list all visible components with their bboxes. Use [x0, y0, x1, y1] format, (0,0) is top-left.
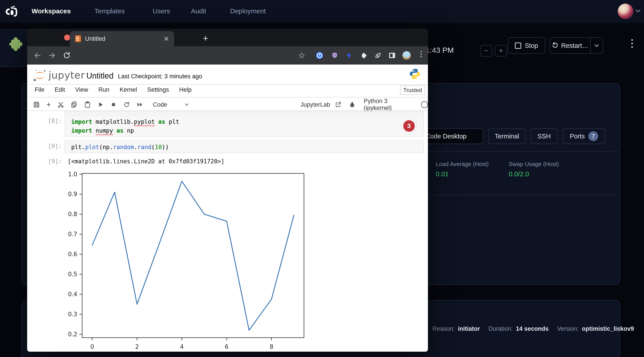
scrolled-cell-sliver: import matplotlib.pyplot as plt — [64, 111, 424, 114]
svg-text:0.5: 0.5 — [68, 271, 77, 278]
code-line: plt.plot(np.random.rand(10)) — [71, 143, 424, 152]
notification-badge-ring[interactable]: 3 — [402, 118, 416, 134]
restart-run-all-icon[interactable] — [136, 101, 144, 108]
trusted-button[interactable]: Trusted — [400, 86, 425, 95]
tab-title: Untitled — [85, 36, 106, 42]
svg-text:0.3: 0.3 — [68, 311, 77, 318]
jupyterlab-link[interactable]: JupyterLab — [300, 101, 330, 108]
workspace-kebab-menu-icon[interactable] — [629, 39, 635, 48]
restart-split-button[interactable]: Restart… — [550, 38, 603, 54]
metric-label: Swap Usage (Host) — [509, 161, 559, 168]
interrupt-kernel-icon[interactable] — [110, 101, 117, 108]
new-tab-button[interactable]: + — [203, 35, 208, 42]
restart-options-chevron[interactable] — [590, 44, 602, 48]
energy-saver-leaf-icon[interactable] — [373, 52, 383, 59]
nav-item-audit[interactable]: Audit — [191, 7, 206, 15]
notification-badge-count: 3 — [403, 120, 415, 132]
user-avatar[interactable] — [618, 4, 633, 19]
zoom-in-button[interactable]: + — [495, 45, 507, 56]
browser-window: Untitled ✕ + 5555--main--test--matifali.… — [27, 29, 428, 352]
notebook-title[interactable]: Untitled — [86, 71, 114, 80]
cell-type-dropdown[interactable]: Code — [153, 101, 167, 108]
browser-kebab-menu-icon[interactable] — [418, 51, 424, 57]
browser-tab-strip: Untitled ✕ + — [27, 29, 428, 46]
cell9-output-prompt: [9]: — [44, 158, 62, 165]
build-version-value: optimistic_liskov9 — [582, 326, 634, 332]
nav-item-deployment[interactable]: Deployment — [230, 7, 266, 15]
menu-edit[interactable]: Edit — [55, 86, 65, 93]
stop-workspace-button[interactable]: Stop — [508, 38, 545, 54]
puzzle-icon — [6, 35, 24, 53]
restart-kernel-icon[interactable] — [123, 101, 130, 108]
jupyter-logo-icon — [33, 68, 47, 83]
user-menu-chevron-down-icon[interactable] — [635, 9, 641, 14]
app-top-nav: Workspaces Templates Users Audit Deploym… — [0, 0, 644, 23]
svg-text:8: 8 — [270, 344, 274, 350]
browser-toolbar: 5555--main--test--matifali.atif.cdr.dev/… — [27, 46, 428, 64]
browser-profile-avatar[interactable] — [402, 51, 411, 60]
code-cell-9[interactable]: plt.plot(np.random.rand(10)) — [64, 141, 424, 153]
window-close-traffic-light[interactable] — [64, 34, 70, 40]
menu-kernel[interactable]: Kernel — [120, 86, 137, 93]
debugger-bug-icon[interactable] — [349, 101, 355, 108]
svg-text:0.9: 0.9 — [68, 191, 77, 198]
ssh-button[interactable]: SSH — [530, 128, 558, 144]
cell9-output-text: [<matplotlib.lines.Line2D at 0x7fd03f191… — [68, 158, 224, 165]
svg-text:0.7: 0.7 — [68, 231, 77, 238]
extensions-puzzle-icon[interactable] — [359, 52, 368, 59]
github-extension-icon[interactable] — [330, 52, 340, 60]
menu-run[interactable]: Run — [98, 86, 110, 93]
cell8-input-prompt: [8]: — [44, 118, 62, 124]
coder-logo-icon[interactable] — [5, 4, 20, 19]
metric-swap-usage: Swap Usage (Host) 0.0/2.0 — [509, 161, 559, 178]
cell-type-chevron-icon[interactable] — [184, 103, 189, 106]
nav-item-workspaces[interactable]: Workspaces — [32, 7, 71, 15]
jupyter-favicon — [75, 36, 81, 42]
save-icon[interactable] — [33, 101, 40, 108]
external-link-icon[interactable] — [335, 102, 341, 108]
paste-cell-icon[interactable] — [84, 101, 91, 108]
restart-main[interactable]: Restart… — [550, 42, 590, 50]
ports-label: Ports — [570, 133, 585, 140]
menu-settings[interactable]: Settings — [147, 86, 169, 93]
forward-icon[interactable] — [47, 52, 57, 60]
jupyter-menu-bar: File Edit View Run Kernel Settings Help — [35, 86, 192, 93]
onepassword-extension-icon[interactable] — [315, 52, 324, 60]
svg-text:0.2: 0.2 — [68, 331, 77, 338]
svg-text:0.6: 0.6 — [68, 251, 77, 258]
side-panel-icon[interactable] — [387, 52, 397, 59]
jupyter-toolbar-right: JupyterLab Python 3 (ipykernel) — [300, 99, 428, 110]
terminal-button[interactable]: Terminal — [488, 128, 526, 144]
menu-view[interactable]: View — [75, 86, 88, 93]
menu-help[interactable]: Help — [179, 86, 192, 93]
bookmark-star-icon[interactable]: ☆ — [297, 51, 307, 60]
metric-value: 0.01 — [436, 170, 489, 178]
run-cell-icon[interactable] — [97, 101, 104, 108]
svg-text:4: 4 — [180, 344, 184, 350]
zoom-out-button[interactable]: − — [480, 45, 492, 56]
browser-tab[interactable]: Untitled ✕ — [70, 31, 174, 46]
build-duration-value: 14 seconds — [516, 326, 548, 332]
ports-button[interactable]: Ports 7 — [562, 128, 605, 144]
menu-file[interactable]: File — [35, 86, 44, 93]
copy-cell-icon[interactable] — [70, 101, 78, 108]
nav-item-templates[interactable]: Templates — [94, 7, 125, 15]
jupyter-wordmark: jupyter — [48, 70, 85, 81]
restart-icon — [552, 42, 558, 49]
kernel-name[interactable]: Python 3 (ipykernel) — [364, 98, 416, 112]
metric-label: Load Average (Host) — [436, 161, 489, 168]
nav-item-users[interactable]: Users — [153, 7, 170, 15]
restart-label: Restart… — [561, 42, 588, 50]
add-cell-icon[interactable]: + — [46, 101, 51, 108]
back-icon[interactable] — [32, 52, 42, 60]
cut-cell-icon[interactable] — [57, 101, 64, 108]
lightning-extension-icon[interactable] — [344, 52, 354, 59]
build-reason-value: initiator — [458, 326, 480, 332]
metric-value: 0.0/2.0 — [509, 170, 559, 178]
code-cell-8[interactable]: import matplotlib.pyplot as plt import n… — [64, 115, 424, 137]
reload-icon[interactable] — [62, 52, 72, 59]
svg-text:6: 6 — [225, 344, 228, 350]
svg-text:2: 2 — [135, 344, 139, 350]
tab-close-icon[interactable]: ✕ — [164, 35, 169, 43]
jupyter-notebook-page: jupyter Untitled Last Checkpoint: 3 minu… — [27, 64, 428, 352]
